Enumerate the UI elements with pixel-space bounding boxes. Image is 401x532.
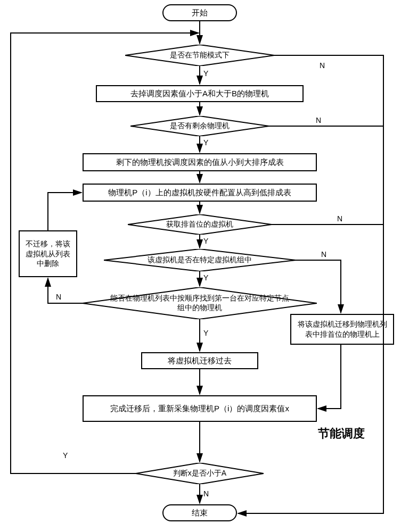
p6-text: 完成迁移后，重新采集物理机P（i）的调度因素值x xyxy=(110,403,289,414)
process-recollect-factor: 完成迁移后，重新采集物理机P（i）的调度因素值x xyxy=(83,395,317,422)
process-sort-vms: 物理机P（i）上的虚拟机按硬件配置从高到低排成表 xyxy=(83,184,317,202)
d6-text: 判断x是否小于A xyxy=(173,469,226,478)
d3-text: 获取排首位的虚拟机 xyxy=(166,220,233,229)
d5-n: N xyxy=(56,293,61,301)
d1-text: 是否在节能模式下 xyxy=(170,51,230,60)
end-label: 结束 xyxy=(192,508,208,518)
decision-find-first-machine: 能否在物理机列表中按顺序找到第一台在对应特定节点组中的物理机 xyxy=(83,287,317,319)
d3-y: Y xyxy=(203,237,208,245)
d2-n: N xyxy=(316,116,321,124)
process-migrate-to-first: 将该虚拟机迁移到物理机列表中排首位的物理机上 xyxy=(290,314,394,345)
process-sort-physical-machines: 剩下的物理机按调度因素的值从小到大排序成表 xyxy=(83,153,317,171)
d5-y: Y xyxy=(203,329,208,337)
d1-y: Y xyxy=(203,69,208,78)
decision-energy-saving-mode: 是否在节能模式下 xyxy=(125,45,274,66)
decision-in-specific-group: 该虚拟机是否在特定虚拟机组中 xyxy=(104,249,296,271)
side-text: 不迁移，将该虚拟机从列表中删除 xyxy=(25,239,71,269)
decision-has-remaining: 是否有剩余物理机 xyxy=(130,116,269,136)
decision-get-first-vm: 获取排首位的虚拟机 xyxy=(128,214,272,235)
d5-text: 能否在物理机列表中按顺序找到第一台在对应特定节点组中的物理机 xyxy=(109,294,290,313)
start-terminator: 开始 xyxy=(162,4,237,21)
d4-text: 该虚拟机是否在特定虚拟机组中 xyxy=(148,255,252,265)
p4-text: 将虚拟机迁移过去 xyxy=(168,355,232,366)
p1-text: 去掉调度因素值小于A和大于B的物理机 xyxy=(130,88,269,99)
p5-text: 将该虚拟机迁移到物理机列表中排首位的物理机上 xyxy=(297,319,388,339)
d2-y: Y xyxy=(203,138,208,147)
d3-n: N xyxy=(337,214,342,223)
d1-n: N xyxy=(320,61,325,70)
process-no-migrate-delete: 不迁移，将该虚拟机从列表中删除 xyxy=(19,230,77,277)
process-migrate-vm: 将虚拟机迁移过去 xyxy=(141,352,258,369)
d4-y: Y xyxy=(203,273,208,282)
diagram-title: 节能调度 xyxy=(318,426,365,442)
p3-text: 物理机P（i）上的虚拟机按硬件配置从高到低排成表 xyxy=(108,187,291,198)
d2-text: 是否有剩余物理机 xyxy=(170,121,230,131)
process-remove-out-of-range: 去掉调度因素值小于A和大于B的物理机 xyxy=(96,85,304,102)
end-terminator: 结束 xyxy=(162,504,237,521)
d6-y: Y xyxy=(63,451,68,460)
d4-n: N xyxy=(321,250,326,259)
decision-x-less-than-a: 判断x是否小于A xyxy=(136,463,264,484)
start-label: 开始 xyxy=(192,7,208,18)
d6-n: N xyxy=(203,489,209,498)
p2-text: 剩下的物理机按调度因素的值从小到大排序成表 xyxy=(116,157,284,168)
